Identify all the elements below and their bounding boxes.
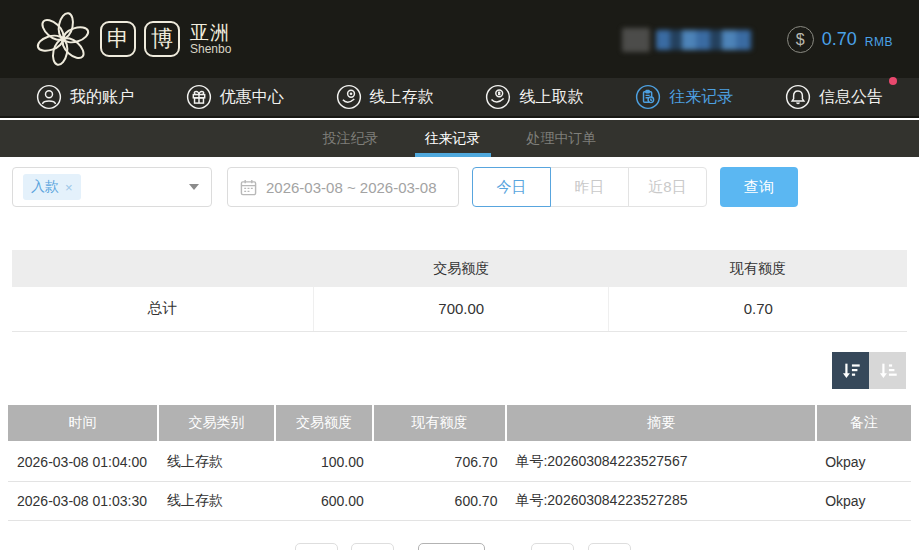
cell-amount: 100.00 xyxy=(275,442,373,481)
cell-balance: 600.70 xyxy=(373,481,507,520)
logo-region: 亚洲 xyxy=(190,23,231,43)
cell-summary: 单号:202603084223527567 xyxy=(506,442,816,481)
table-row: 2026-03-08 01:03:30 线上存款 600.00 600.70 单… xyxy=(8,481,911,520)
pagination-button[interactable] xyxy=(351,543,394,550)
nav-label: 线上存款 xyxy=(370,87,434,108)
nav-item-withdraw[interactable]: 线上取款 xyxy=(485,84,583,110)
summary-total-row: 总计 700.00 0.70 xyxy=(12,287,907,331)
yesterday-button[interactable]: 昨日 xyxy=(550,167,629,207)
tab-pending-orders[interactable]: 处理中订单 xyxy=(521,120,603,157)
logo-char-box: 博 xyxy=(144,21,180,57)
records-table: 时间 交易类别 交易额度 现有额度 摘要 备注 2026-03-08 01:04… xyxy=(8,405,911,521)
sort-ascending-button[interactable] xyxy=(869,352,906,389)
date-range-input[interactable]: 2026-03-08 ~ 2026-03-08 xyxy=(227,167,459,207)
notification-dot xyxy=(889,77,897,85)
cell-type: 线上存款 xyxy=(158,442,275,481)
sort-toolbar xyxy=(832,352,906,389)
records-header-row: 时间 交易类别 交易额度 现有额度 摘要 备注 xyxy=(8,405,911,442)
col-balance: 现有额度 xyxy=(373,405,507,442)
summary-total-balance: 0.70 xyxy=(609,287,907,331)
nav-label: 信息公告 xyxy=(819,87,883,108)
type-tag: 入款 × xyxy=(23,174,81,200)
balance-amount: 0.70 xyxy=(822,29,857,50)
col-amount: 交易额度 xyxy=(275,405,373,442)
date-range-value: 2026-03-08 ~ 2026-03-08 xyxy=(266,179,437,196)
transaction-records-page: 申 博 亚洲 Shenbo $ 0.70 RMB 我的账户 xyxy=(0,0,919,550)
deposit-icon xyxy=(336,84,362,110)
main-nav: 我的账户 优惠中心 线上存款 线上取款 xyxy=(0,78,919,118)
summary-col-trade: 交易额度 xyxy=(314,250,609,287)
withdraw-icon xyxy=(485,84,511,110)
logo-char-box: 申 xyxy=(100,21,136,57)
avatar xyxy=(622,28,650,52)
chevron-down-icon xyxy=(189,184,199,190)
tab-bet-records[interactable]: 投注纪录 xyxy=(317,120,385,157)
search-button[interactable]: 查询 xyxy=(720,167,798,207)
today-button[interactable]: 今日 xyxy=(472,167,551,207)
cell-time: 2026-03-08 01:03:30 xyxy=(8,481,158,520)
balance-currency: RMB xyxy=(865,35,893,49)
username-text-blurred xyxy=(656,30,752,50)
nav-label: 优惠中心 xyxy=(220,87,284,108)
nav-item-records[interactable]: 往来记录 xyxy=(635,84,733,110)
top-header: 申 博 亚洲 Shenbo $ 0.70 RMB xyxy=(0,0,919,78)
cell-note: Okpay xyxy=(816,442,911,481)
cell-time: 2026-03-08 01:04:00 xyxy=(8,442,158,481)
sort-descending-button[interactable] xyxy=(832,352,869,389)
summary-header-row: 交易额度 现有额度 xyxy=(12,250,907,287)
col-note: 备注 xyxy=(816,405,911,442)
table-row: 2026-03-08 01:04:00 线上存款 100.00 706.70 单… xyxy=(8,442,911,481)
pagination-button[interactable] xyxy=(588,543,631,550)
nav-item-announcements[interactable]: 信息公告 xyxy=(785,84,883,110)
nav-label: 线上取款 xyxy=(519,87,583,108)
gift-icon xyxy=(186,84,212,110)
username-redacted[interactable] xyxy=(622,28,752,52)
bell-icon xyxy=(785,84,811,110)
type-tag-label: 入款 xyxy=(31,178,59,196)
nav-label: 往来记录 xyxy=(669,87,733,108)
quick-date-group: 今日 昨日 近8日 xyxy=(472,167,707,207)
logo-char1: 申 xyxy=(107,26,129,51)
transaction-type-select[interactable]: 入款 × xyxy=(12,167,212,207)
pagination-bar xyxy=(0,543,919,550)
filter-bar: 入款 × 2026-03-08 ~ 2026-03-08 今日 昨日 近8日 查… xyxy=(12,167,907,207)
cell-summary: 单号:202603084223527285 xyxy=(506,481,816,520)
sub-nav: 投注纪录 往来记录 处理中订单 xyxy=(0,120,919,157)
col-type: 交易类别 xyxy=(158,405,275,442)
logo-char2: 博 xyxy=(151,26,173,51)
last-8-days-button[interactable]: 近8日 xyxy=(628,167,707,207)
pagination-button[interactable] xyxy=(531,543,574,550)
flower-logo-icon xyxy=(34,10,92,68)
nav-item-my-account[interactable]: 我的账户 xyxy=(36,84,134,110)
pagination-page-select[interactable] xyxy=(418,543,485,550)
brand-logo[interactable]: 申 博 亚洲 Shenbo xyxy=(34,10,231,68)
cell-type: 线上存款 xyxy=(158,481,275,520)
pagination-button[interactable] xyxy=(295,543,338,550)
cell-amount: 600.00 xyxy=(275,481,373,520)
cell-balance: 706.70 xyxy=(373,442,507,481)
sort-desc-icon xyxy=(840,360,862,382)
nav-item-deposit[interactable]: 线上存款 xyxy=(336,84,434,110)
calendar-icon xyxy=(240,179,257,196)
nav-label: 我的账户 xyxy=(70,87,134,108)
summary-total-trade: 700.00 xyxy=(314,287,609,331)
summary-col-empty xyxy=(12,250,314,287)
summary-total-label: 总计 xyxy=(12,287,314,331)
cell-note: Okpay xyxy=(816,481,911,520)
col-summary: 摘要 xyxy=(506,405,816,442)
logo-en: Shenbo xyxy=(190,43,231,56)
summary-col-balance: 现有额度 xyxy=(609,250,907,287)
nav-item-promotions[interactable]: 优惠中心 xyxy=(186,84,284,110)
dollar-circle-icon: $ xyxy=(787,26,814,53)
balance-display[interactable]: $ 0.70 RMB xyxy=(787,26,893,53)
tab-transaction-records[interactable]: 往来记录 xyxy=(419,120,487,157)
tag-remove-icon[interactable]: × xyxy=(65,180,73,195)
col-time: 时间 xyxy=(8,405,158,442)
sort-asc-icon xyxy=(877,360,899,382)
user-icon xyxy=(36,84,62,110)
records-icon xyxy=(635,84,661,110)
summary-table: 交易额度 现有额度 总计 700.00 0.70 xyxy=(12,250,907,332)
